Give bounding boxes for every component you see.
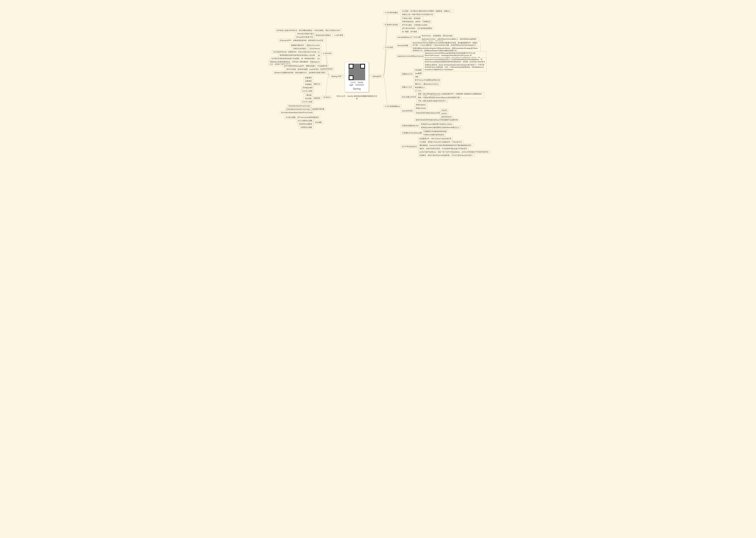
lifecycle-0: BeanDefinitionReader读取Resource所指向的配置文件资源… xyxy=(411,41,480,47)
qr-code xyxy=(349,64,365,80)
aop-support-1: 纯POJO切面：使用XML配置，aop命名空间 xyxy=(285,68,320,71)
auto-proxy-1: DefaultAdvisorAutoProxyCreator xyxy=(285,108,312,111)
scope-label: Bean的作用域 xyxy=(401,109,414,113)
section-ioc-benefit[interactable]: ② 使用IOC的好处 xyxy=(383,23,400,27)
section-aop-principle[interactable]: ① AOP原理 xyxy=(333,33,345,37)
config-2: 注解 xyxy=(413,75,420,79)
aop-principle-item-3: 在Spring AOP中，如果使用的是单例，推荐使用CGLib代理 xyxy=(278,39,324,42)
term-0: 连接点(Join point) xyxy=(305,43,321,47)
aspect-1: 切点切面 xyxy=(303,97,313,100)
misc-2: 属性编辑器：Spring可以对基本类型做转换就归结于属性编辑器的功劳！ xyxy=(418,143,474,147)
wechat-line: 公众号：Java3y xyxy=(346,81,368,84)
misc-5: 容器事件：类似于我们的Servlet的监听器，只不过它是在Spring中实现了~ xyxy=(418,154,475,157)
aop-support-2: @AspectJ注解驱动的切面：使用注解的方式，这是最简洁和最方便的！ xyxy=(273,71,328,75)
misc-label: 短小不常见的知识点 xyxy=(401,145,418,148)
ioc-di-0: IoC(思想，设计模式)主要的实现方式有两种：依赖查找，依赖注入。 xyxy=(401,9,454,13)
config-1: Java配置 xyxy=(413,72,423,75)
inject-1: 构造函数注入 xyxy=(413,86,426,89)
scope-web-1: session xyxy=(440,112,448,115)
scope-web-label: 与Web应用环境相关的Bean作用域 xyxy=(414,111,443,115)
root-card: 公众号：Java3y qq群：742919422 Spring xyxy=(345,62,369,92)
ioc-b-3: 便于进行AOP操作，对于使用者是透明的 xyxy=(401,27,433,30)
root-title: Spring xyxy=(346,87,368,90)
enhance-1: 后置增强 xyxy=(303,80,313,83)
scope-1: 多例prototype xyxy=(414,106,427,110)
ambiguity-0: 使用@Primary注解设置为首选的注入Bean xyxy=(420,123,454,126)
relation-2: 引用-->最常见(使用ref就是引用关系了) xyxy=(416,99,448,103)
enhance-2: 环绕增强 xyxy=(303,83,313,86)
pointcut-fn-1: 方法入参数切点函数 xyxy=(296,119,314,123)
connector-lines xyxy=(269,3,487,160)
branch-spring-aop[interactable]: Spring AOP xyxy=(330,75,343,78)
root-caption: 关注公众号：Java3y 获取更多的脑图和最新技术文章 xyxy=(336,95,378,100)
ioc-b-1: 享受单例的好处，效率高，不浪费空间 xyxy=(401,20,432,24)
enhance-type[interactable]: 增强方式 xyxy=(312,82,322,86)
pointcut-fn[interactable]: 切点函数 xyxy=(314,121,323,124)
misc-0: 组合配置文件：XML与JavaConfig互相引用 xyxy=(418,137,453,140)
aspect-2: 引介/引入切面 xyxy=(300,100,314,104)
term-4-text: 允许我们向现有的类添加新方法或属性。是一种特殊的增强！ xyxy=(270,57,317,60)
ref-1: 引用Bean的属性使用的是#{} xyxy=(422,133,446,136)
pointcut-fn-0: 方法切点函数，其中execution()是用得最多的 xyxy=(284,116,320,119)
config-0: XML配置 xyxy=(413,68,423,72)
inject-0: 属性注入-->通过setter()方法注入 xyxy=(413,82,440,86)
relation-label: Bean对象之间关系 xyxy=(401,95,417,99)
node-proxy-tech: 底层是动态代理技术 xyxy=(314,33,332,37)
ref-0: 引用配置文件的数据使用的是${} xyxy=(422,130,448,133)
lifecycle-label: Bean生命周期： xyxy=(396,44,411,47)
relation-1: 继承-->可能会用到(指定abstract和parent来实现继承关系) xyxy=(416,96,461,99)
enhance-3: 异常抛出增强 xyxy=(301,86,314,89)
ambiguity-label: 处理自动装配的歧义性 xyxy=(401,124,420,128)
misc-1: 方法替换：使用某个Bean的方法替换成另一个Bean的方法 xyxy=(418,140,463,144)
inject-label: 依赖注入方式 xyxy=(401,85,413,89)
auto-proxy[interactable]: 自动创建代理对象 xyxy=(310,107,326,111)
section-ioc-container[interactable]: ③ IOC容器 xyxy=(383,46,394,49)
term-1-text: 具体定位的连接点 xyxy=(292,47,308,50)
section-aop-terms[interactable]: ② AOP术语 xyxy=(321,52,333,55)
enhance-4: 引介/引入增强 xyxy=(300,89,314,93)
ioc-b-2: 便于单元测试，方便切换mock组件 xyxy=(401,23,429,27)
aop-principle-item-0: AOP实际上就是OOP的补充，将代码横向抽取成一个独立的模块，再织入到目标方法中 xyxy=(275,29,342,32)
term-2-text: 表示添加到切点的一段逻辑代码，并定位连接点的方位信息 xyxy=(272,50,318,54)
section-ioc-di[interactable]: ① IOC和DI的概念 xyxy=(383,11,399,14)
scope-note: 使用与Web应用环境相关的Bean作用域需要手动设置代理 xyxy=(414,118,459,122)
enhance-0: 前置增强 xyxy=(303,76,313,80)
aspect-0: 一般切面 xyxy=(303,93,313,97)
config-3: 基于Groovy DSL配置(这种很少见) xyxy=(413,78,441,82)
cache-note: 单例Bean缓存池：Spring 在DefaultSingletonBeanRe… xyxy=(423,63,487,71)
auto-proxy-0: BeanNameAutoProxyCreator xyxy=(287,104,311,107)
aspect-type[interactable]: 切面类型 xyxy=(312,96,322,100)
ioc-b-0: 不用自己组装，拿来就用。 xyxy=(401,17,423,20)
ioc-di-1: 依赖注入是一种更可取的方式(实现的方式) xyxy=(401,13,434,16)
ioc-b-4: 统一配置，便于修改 xyxy=(401,30,418,33)
auto-proxy-2: AnnotationAwareAspectJAutoProxyCreator xyxy=(280,111,314,114)
term-1: 切点(Pointcut) xyxy=(308,47,321,50)
scope-web-0: request xyxy=(440,109,448,112)
aop-support-0: 基于代理的经典SpringAOP：需要实现接口，手动创建代理 xyxy=(283,64,329,68)
diff-label: ApplicationContext和BeanFactory区别 xyxy=(396,54,427,58)
section-aop-knowledge[interactable]: ④ 知识点 xyxy=(322,95,332,99)
misc-3: 国际化：使用不同语言(英语，中文)的操作系统去显示不同的语言 xyxy=(418,147,468,150)
term-5: 切面(Aspect) xyxy=(309,60,321,64)
aop-principle-item-2: CBLig动态代理(基于类) xyxy=(295,35,314,39)
scope-0: 单例Singleton xyxy=(414,103,427,107)
qq-line: qq群：742919422 xyxy=(346,84,368,86)
term-3-text: 将增强/通知添加到目标类的具体连接点上的过程。 xyxy=(278,54,318,57)
factory-0: BeanFactory，这是最基础、面向Spring的 xyxy=(420,34,454,37)
term-0-text: 能够被拦截的地方 xyxy=(290,43,306,47)
pointcut-fn-2: 目标类切点函数类 xyxy=(297,122,314,126)
branch-spring-ioc[interactable]: SpringIOC xyxy=(371,75,383,78)
aop-principle-item-1: JDK动态代理(基于接口) xyxy=(296,32,316,35)
pointcut-fn-3: 代理类切点函数 xyxy=(299,126,313,129)
scope-web-2: globalSession xyxy=(440,115,453,118)
config-label: 装配Bean方式 xyxy=(401,72,414,76)
ref-label: 引用属性文件以及Bean属性 xyxy=(401,131,424,135)
inject-2: 工厂注入 xyxy=(413,89,423,92)
section-ioc-wiring[interactable]: ④ IOC容器装配Bean xyxy=(383,105,402,108)
misc-4: profile与条件化的Bean：满足了某个条件才初始化Bean，这可以方便切换… xyxy=(418,150,491,154)
ambiguity-1: 使用@Qualifier注解设置特定名称的Bean来限定注入！ xyxy=(420,126,462,129)
